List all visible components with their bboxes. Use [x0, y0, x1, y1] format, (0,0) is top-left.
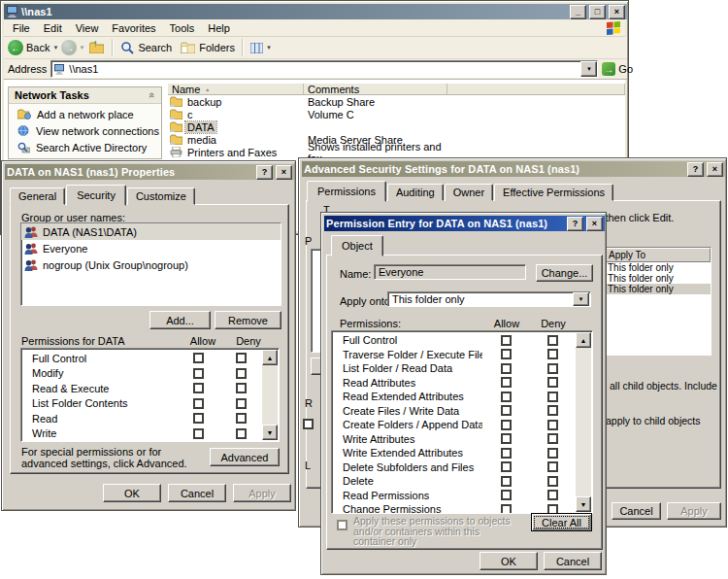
- allow-checkbox[interactable]: [193, 398, 204, 409]
- close-icon[interactable]: ×: [276, 165, 292, 180]
- group-item[interactable]: nogroup (Unix Group\nogroup): [21, 256, 281, 273]
- deny-checkbox[interactable]: [236, 368, 247, 379]
- close-icon[interactable]: ×: [586, 217, 603, 231]
- task-view-network-connections[interactable]: View network connections: [9, 122, 161, 139]
- tab-permissions[interactable]: Permissions: [307, 181, 386, 202]
- views-dropdown-icon[interactable]: ▼: [266, 45, 272, 51]
- deny-checkbox[interactable]: [547, 476, 558, 487]
- tab-security[interactable]: Security: [66, 185, 126, 206]
- cancel-button[interactable]: Cancel: [168, 484, 226, 502]
- change-button[interactable]: Change...: [536, 264, 593, 282]
- permission-row[interactable]: Write Extended Attributes: [332, 446, 592, 460]
- chevron-collapse-icon[interactable]: «: [147, 92, 158, 98]
- group-item[interactable]: Everyone: [21, 240, 281, 256]
- allow-checkbox[interactable]: [501, 420, 512, 430]
- menu-file[interactable]: File: [6, 20, 37, 36]
- permission-row[interactable]: List Folder / Read Data: [332, 361, 592, 376]
- tab-object[interactable]: Object: [331, 235, 383, 256]
- tab-customize[interactable]: Customize: [127, 187, 195, 205]
- permissions-list[interactable]: Full Control Modify Read & Execute List …: [20, 348, 280, 442]
- allow-checkbox[interactable]: [193, 383, 204, 393]
- scroll-up-icon[interactable]: ▲: [576, 332, 591, 348]
- permission-row[interactable]: Read: [21, 411, 279, 426]
- permission-row[interactable]: Modify: [21, 366, 279, 382]
- deny-checkbox[interactable]: [547, 433, 558, 444]
- permission-row[interactable]: Delete: [332, 474, 592, 489]
- apply-containers-checkbox[interactable]: [337, 520, 347, 530]
- apply-to-row-selected[interactable]: This folder only: [605, 284, 711, 294]
- allow-checkbox[interactable]: [501, 433, 512, 444]
- forward-button[interactable]: → ▼: [61, 40, 84, 55]
- deny-checkbox[interactable]: [236, 383, 247, 393]
- up-button[interactable]: ↑: [87, 39, 105, 56]
- address-combobox[interactable]: \\nas1 ▼: [50, 60, 598, 78]
- group-names-list[interactable]: DATA (NAS1\DATA) Everyone nogroup (Unix …: [20, 222, 281, 306]
- allow-checkbox[interactable]: [501, 448, 512, 459]
- ok-button[interactable]: OK: [103, 484, 161, 502]
- combo-dropdown-icon[interactable]: ▼: [573, 292, 589, 306]
- help-icon[interactable]: ?: [567, 217, 583, 231]
- tab-effective-permissions[interactable]: Effective Permissions: [494, 184, 613, 201]
- deny-checkbox[interactable]: [236, 353, 247, 363]
- deny-checkbox[interactable]: [547, 461, 558, 472]
- permission-row[interactable]: Write Attributes: [332, 432, 592, 447]
- column-header-comments[interactable]: Comments: [304, 84, 447, 95]
- deny-checkbox[interactable]: [547, 392, 558, 402]
- tab-auditing[interactable]: Auditing: [387, 184, 444, 201]
- search-button[interactable]: Search: [120, 41, 172, 54]
- permission-row[interactable]: Full Control: [21, 351, 279, 366]
- forward-dropdown-icon[interactable]: ▼: [79, 45, 84, 51]
- add-button[interactable]: Add...: [149, 311, 211, 329]
- group-item-selected[interactable]: DATA (NAS1\DATA): [21, 223, 281, 240]
- apply-to-header[interactable]: Apply To: [605, 248, 711, 262]
- scrollbar[interactable]: ▲ ▼: [262, 350, 278, 440]
- help-icon[interactable]: ?: [256, 165, 273, 180]
- deny-checkbox[interactable]: [547, 377, 558, 388]
- allow-checkbox[interactable]: [193, 353, 204, 363]
- deny-checkbox[interactable]: [236, 428, 247, 439]
- allow-checkbox[interactable]: [501, 490, 512, 500]
- file-row[interactable]: c Volume C: [168, 108, 626, 120]
- task-search-active-directory[interactable]: Search Active Directory: [9, 139, 161, 155]
- task-add-network-place[interactable]: Add a network place: [9, 106, 161, 122]
- file-row[interactable]: DATA: [168, 120, 626, 133]
- apply-button[interactable]: Apply: [233, 484, 291, 502]
- permission-entry-titlebar[interactable]: Permission Entry for DATA on NAS1 (nas1)…: [324, 216, 605, 231]
- permission-row[interactable]: Write: [21, 426, 279, 442]
- allow-checkbox[interactable]: [501, 349, 512, 359]
- allow-checkbox[interactable]: [501, 377, 512, 388]
- permission-row[interactable]: Create Files / Write Data: [332, 404, 592, 419]
- permission-row[interactable]: Read & Execute: [21, 381, 279, 396]
- permission-row[interactable]: Full Control: [332, 333, 592, 348]
- deny-checkbox[interactable]: [547, 448, 558, 459]
- permission-row[interactable]: Delete Subfolders and Files: [332, 460, 592, 475]
- menu-help[interactable]: Help: [201, 20, 237, 36]
- column-header-name[interactable]: Name ▲: [168, 84, 304, 95]
- apply-to-row[interactable]: This folder only: [605, 273, 711, 284]
- explorer-titlebar[interactable]: \\nas1 _ □ ×: [4, 4, 627, 19]
- name-field[interactable]: Everyone: [374, 264, 526, 280]
- allow-checkbox[interactable]: [501, 392, 512, 402]
- deny-checkbox[interactable]: [547, 420, 558, 430]
- address-dropdown-icon[interactable]: ▼: [580, 61, 597, 77]
- cancel-button[interactable]: Cancel: [544, 552, 602, 570]
- tab-owner[interactable]: Owner: [445, 184, 493, 201]
- network-tasks-header[interactable]: Network Tasks «: [9, 87, 161, 104]
- advanced-button[interactable]: Advanced: [210, 448, 280, 466]
- menu-tools[interactable]: Tools: [163, 20, 202, 36]
- allow-checkbox[interactable]: [501, 461, 512, 472]
- apply-to-list[interactable]: Apply To This folder only This folder on…: [604, 247, 711, 356]
- go-button[interactable]: → Go: [602, 62, 633, 76]
- allow-checkbox[interactable]: [501, 405, 512, 416]
- deny-checkbox[interactable]: [547, 335, 558, 346]
- help-icon[interactable]: ?: [687, 162, 704, 177]
- deny-checkbox[interactable]: [547, 405, 558, 416]
- menu-edit[interactable]: Edit: [37, 20, 69, 36]
- remove-button[interactable]: Remove: [215, 311, 281, 329]
- scroll-up-icon[interactable]: ▲: [262, 350, 278, 365]
- properties-titlebar[interactable]: DATA on NAS1 (nas1) Properties ? ×: [5, 164, 294, 180]
- minimize-icon[interactable]: _: [570, 5, 586, 19]
- permission-row[interactable]: Read Attributes: [332, 376, 592, 391]
- deny-checkbox[interactable]: [236, 413, 247, 424]
- column-header-blank[interactable]: [447, 84, 625, 95]
